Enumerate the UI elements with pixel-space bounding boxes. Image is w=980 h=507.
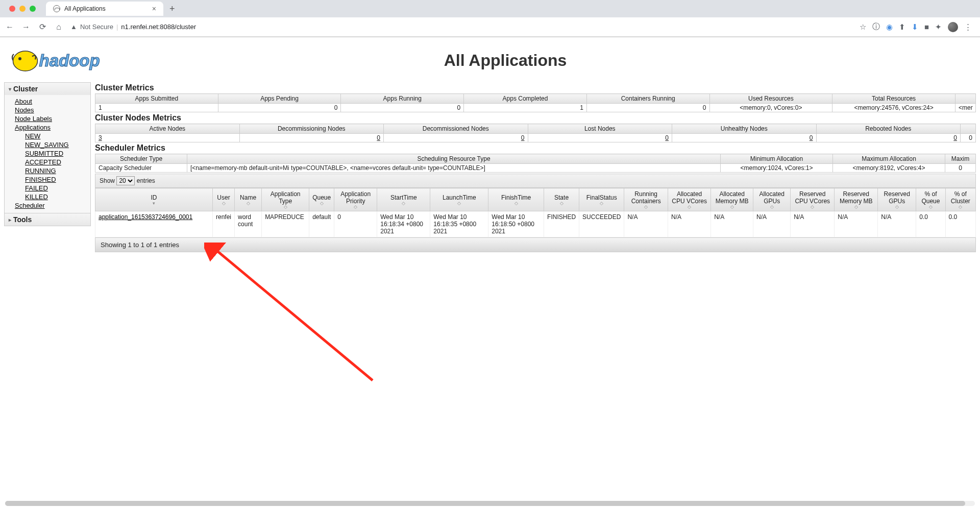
unhealthy-nodes-link[interactable]: 0 xyxy=(810,134,813,141)
th-decomd-nodes[interactable]: Decommissioned Nodes xyxy=(384,124,528,134)
sidebar-item-about[interactable]: About xyxy=(15,97,90,106)
sort-desc-icon: ▾ xyxy=(99,201,209,205)
star-icon[interactable]: ☆ xyxy=(860,22,866,32)
sidebar-item-killed[interactable]: KILLED xyxy=(25,192,90,201)
th-running-containers[interactable]: Running Containers◇ xyxy=(624,188,668,211)
th-alloc-mem[interactable]: Allocated Memory MB◇ xyxy=(711,188,753,211)
sort-icon: ◇ xyxy=(794,205,831,209)
window-maximize-button[interactable] xyxy=(30,6,36,12)
back-button[interactable]: ← xyxy=(5,22,14,32)
th-lost-nodes[interactable]: Lost Nodes xyxy=(528,124,672,134)
menu-icon[interactable]: ⋮ xyxy=(964,22,972,32)
th-name[interactable]: Name◇ xyxy=(235,188,262,211)
lost-nodes-link[interactable]: 0 xyxy=(665,134,669,141)
th-containers-running[interactable]: Containers Running xyxy=(586,94,709,104)
sidebar-item-scheduler[interactable]: Scheduler xyxy=(15,201,90,210)
th-apps-running[interactable]: Apps Running xyxy=(341,94,464,104)
decom-nodes-link[interactable]: 0 xyxy=(377,134,380,141)
not-secure-label: Not Secure xyxy=(80,23,113,31)
th-res-gpu[interactable]: Reserved GPUs ◇ xyxy=(878,188,916,211)
th-unhealthy-nodes[interactable]: Unhealthy Nodes xyxy=(672,124,817,134)
cell-launch: Wed Mar 10 16:18:35 +0800 2021 xyxy=(430,211,488,237)
decomd-nodes-link[interactable]: 0 xyxy=(521,134,525,141)
sort-icon: ◇ xyxy=(216,201,231,205)
th-pct-queue[interactable]: % of Queue◇ xyxy=(916,188,945,211)
profile-avatar[interactable] xyxy=(948,22,958,32)
ext-icon-4[interactable]: ⬇ xyxy=(912,22,918,32)
cell-state: FINISHED xyxy=(544,211,579,237)
th-total-resources[interactable]: Total Resources xyxy=(832,94,955,104)
sidebar-item-new-saving[interactable]: NEW_SAVING xyxy=(25,140,90,149)
th-user[interactable]: User◇ xyxy=(213,188,235,211)
url-text: n1.renfei.net:8088/cluster xyxy=(121,23,196,31)
sidebar-tools-header[interactable]: ▸Tools xyxy=(5,213,90,226)
nodes-metrics-table: Active Nodes Decommissioning Nodes Decom… xyxy=(95,124,976,142)
toolbar-icons: ☆ ⓘ ◉ ⬆ ⬇ ■ ✦ ⋮ xyxy=(860,22,975,32)
sidebar-item-finished[interactable]: FINISHED xyxy=(25,175,90,184)
page-header: hadoop All Applications xyxy=(0,37,980,78)
th-overflow xyxy=(961,124,976,134)
sidebar-cluster-header[interactable]: ▾Cluster xyxy=(5,83,90,95)
th-min-alloc[interactable]: Minimum Allocation xyxy=(721,154,833,164)
sort-icon: ◇ xyxy=(714,205,750,209)
ext-icon-3[interactable]: ⬆ xyxy=(899,22,905,32)
window-minimize-button[interactable] xyxy=(19,6,26,12)
application-id-link[interactable]: application_1615363724696_0001 xyxy=(99,213,192,221)
th-apps-completed[interactable]: Apps Completed xyxy=(464,94,587,104)
sidebar-item-accepted[interactable]: ACCEPTED xyxy=(25,158,90,166)
rebooted-nodes-link[interactable]: 0 xyxy=(953,134,957,141)
th-app-type[interactable]: Application Type◇ xyxy=(262,188,309,211)
cell-type: MAPREDUCE xyxy=(262,211,309,237)
sort-icon: ◇ xyxy=(756,205,787,209)
th-launchtime[interactable]: LaunchTime◇ xyxy=(430,188,488,211)
th-res-cpu[interactable]: Reserved CPU VCores◇ xyxy=(791,188,835,211)
sidebar-item-nodes[interactable]: Nodes xyxy=(15,106,90,114)
th-id[interactable]: ID ▾ xyxy=(95,188,213,211)
th-active-nodes[interactable]: Active Nodes xyxy=(95,124,240,134)
sidebar-item-failed[interactable]: FAILED xyxy=(25,184,90,192)
ext-icon-2[interactable]: ◉ xyxy=(886,22,893,32)
th-priority[interactable]: Application Priority◇ xyxy=(334,188,377,211)
entries-select[interactable]: 20 xyxy=(116,176,135,185)
tab-bar: All Applications × + xyxy=(0,0,980,17)
th-alloc-cpu[interactable]: Allocated CPU VCores◇ xyxy=(668,188,710,211)
sidebar-item-submitted[interactable]: SUBMITTED xyxy=(25,149,90,158)
cell-pct-c: 0.0 xyxy=(945,211,975,237)
url-input[interactable]: ▲ Not Secure | n1.renfei.net:8088/cluste… xyxy=(70,23,196,31)
th-max-alloc[interactable]: Maximum Allocation xyxy=(833,154,945,164)
th-decom-nodes[interactable]: Decommissioning Nodes xyxy=(239,124,384,134)
sort-icon: ◇ xyxy=(547,201,576,205)
sidebar-item-running[interactable]: RUNNING xyxy=(25,166,90,175)
home-button[interactable]: ⌂ xyxy=(54,22,63,32)
ext-icon-1[interactable]: ⓘ xyxy=(872,22,880,32)
forward-button[interactable]: → xyxy=(21,22,31,32)
sidebar-item-new[interactable]: NEW xyxy=(25,132,90,140)
th-used-resources[interactable]: Used Resources xyxy=(709,94,832,104)
ext-icon-5[interactable]: ■ xyxy=(924,22,929,31)
th-apps-pending[interactable]: Apps Pending xyxy=(218,94,341,104)
th-alloc-gpu[interactable]: Allocated GPUs ◇ xyxy=(753,188,791,211)
browser-tab[interactable]: All Applications × xyxy=(46,2,163,16)
th-res-mem[interactable]: Reserved Memory MB◇ xyxy=(835,188,878,211)
th-finishtime[interactable]: FinishTime◇ xyxy=(488,188,544,211)
th-finalstatus[interactable]: FinalStatus ◇ xyxy=(579,188,624,211)
th-sched-type[interactable]: Scheduler Type xyxy=(95,154,187,164)
th-state[interactable]: State ◇ xyxy=(544,188,579,211)
th-sched-res-type[interactable]: Scheduling Resource Type xyxy=(187,154,721,164)
th-apps-submitted[interactable]: Apps Submitted xyxy=(95,94,218,104)
new-tab-button[interactable]: + xyxy=(169,4,175,14)
sidebar-item-applications[interactable]: Applications xyxy=(15,123,90,132)
close-icon[interactable]: × xyxy=(152,5,156,13)
th-rebooted-nodes[interactable]: Rebooted Nodes xyxy=(816,124,961,134)
sidebar-item-node-labels[interactable]: Node Labels xyxy=(15,114,90,123)
active-nodes-link[interactable]: 3 xyxy=(99,134,102,141)
main-content: Cluster Metrics Apps Submitted Apps Pend… xyxy=(95,82,976,252)
th-queue[interactable]: Queue◇ xyxy=(309,188,334,211)
th-pct-cluster[interactable]: % of Cluster◇ xyxy=(945,188,975,211)
th-starttime[interactable]: StartTime◇ xyxy=(377,188,430,211)
sort-icon: ◇ xyxy=(312,201,331,205)
reload-button[interactable]: ⟳ xyxy=(38,22,47,32)
window-close-button[interactable] xyxy=(9,6,15,12)
tab-title: All Applications xyxy=(64,5,106,12)
extensions-icon[interactable]: ✦ xyxy=(935,22,942,32)
